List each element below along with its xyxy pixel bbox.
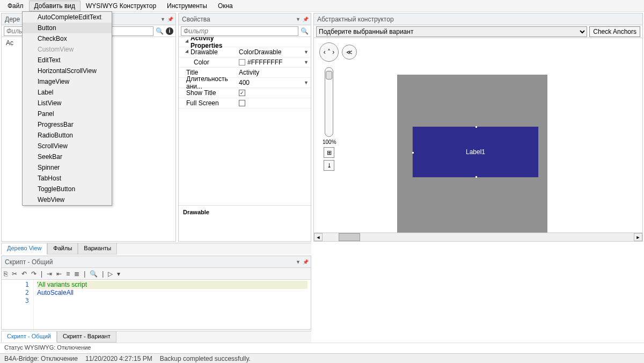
pin-icon[interactable]: 📌 [167, 17, 173, 22]
format-icon[interactable]: ≡ [66, 270, 70, 278]
chevron-down-icon[interactable]: ▼ [304, 49, 309, 55]
menu-wysiwyg[interactable]: WYSIWYG Конструктор [80, 1, 162, 11]
prop-name: Drawable [191, 48, 218, 56]
checkbox-checked[interactable]: ✓ [239, 90, 245, 96]
props-filter-input[interactable] [181, 26, 298, 36]
device-canvas[interactable]: Label1 Button1 [397, 75, 547, 233]
cut-icon[interactable]: ✂ [12, 270, 17, 278]
zoom-fit-button[interactable]: ⊞ [324, 147, 334, 158]
run-dropdown-icon[interactable]: ▾ [117, 270, 120, 278]
design-label1[interactable]: Label1 [412, 126, 539, 178]
run-icon[interactable]: ▷ [108, 270, 113, 278]
dropdown-item[interactable]: Spinner [23, 162, 112, 173]
dropdown-item[interactable]: AutoCompleteEditText [23, 12, 112, 23]
zoom-thumb[interactable] [326, 71, 332, 79]
code-line-1: 'All variants script [37, 281, 87, 288]
tree-root[interactable]: Ac [6, 39, 13, 47]
status-wysiwyg: Статус WYSIWYG: Отключение [0, 343, 644, 353]
variant-select[interactable]: Подберите выбранный вариант [316, 26, 587, 37]
tab-tree-view[interactable]: Дерево View [1, 243, 47, 255]
redo-icon[interactable]: ↷ [31, 270, 36, 278]
horizontal-scrollbar[interactable]: ◄ ► [314, 233, 642, 241]
dropdown-item-customview: CustomView [23, 44, 112, 55]
status-time: 11/20/2020 4:27:15 PM [85, 355, 152, 363]
design-header: Абстрактный конструктор [314, 13, 642, 25]
tab-script-variant[interactable]: Скрипт - Вариант [57, 331, 116, 343]
dropdown-icon[interactable]: ▼ [296, 17, 301, 22]
menu-add-view[interactable]: Добавить вид [29, 1, 80, 11]
dropdown-item[interactable]: Label [23, 87, 112, 98]
canvas-area[interactable]: ‹ ˄ › ≪ 100% ⊞ ⤓ Label1 Button1 [314, 38, 642, 233]
rewind-button[interactable]: ≪ [342, 45, 357, 60]
props-header: Свойства ▼📌 [179, 13, 311, 25]
pan-control[interactable]: ‹ ˄ › [319, 42, 339, 62]
dropdown-item[interactable]: WebView [23, 194, 112, 205]
code-line-2: AutoScaleAll [37, 289, 74, 296]
prop-name: Длительность ани... [186, 75, 238, 90]
search-icon[interactable]: 🔍 [156, 27, 164, 35]
dropdown-item[interactable]: HorizontalScrollView [23, 66, 112, 76]
dropdown-item[interactable]: ListView [23, 98, 112, 108]
script-tabs: Скрипт - Общий Скрипт - Вариант [1, 331, 311, 343]
props-title: Свойства [182, 16, 210, 23]
outdent-icon[interactable]: ⇤ [56, 270, 62, 278]
dropdown-item[interactable]: EditText [23, 55, 112, 66]
tab-variants[interactable]: Варианты [78, 243, 117, 255]
dropdown-item[interactable]: RadioButton [23, 130, 112, 141]
chevron-down-icon[interactable]: ▼ [304, 80, 309, 85]
copy-icon[interactable]: ⎘ [4, 270, 8, 278]
code-editor[interactable]: 123 'All variants script AutoScaleAll [2, 280, 311, 329]
scroll-right-icon[interactable]: ► [634, 233, 642, 241]
code-body[interactable]: 'All variants script AutoScaleAll [34, 280, 311, 329]
format2-icon[interactable]: ≣ [74, 270, 79, 278]
prop-value[interactable]: Activity [239, 69, 259, 76]
zoom-controls: 100% ⊞ ⤓ [323, 67, 335, 173]
pin-icon[interactable]: 📌 [303, 259, 309, 265]
dropdown-icon[interactable]: ▼ [160, 17, 165, 22]
dropdown-item[interactable]: Panel [23, 108, 112, 119]
checkbox-unchecked[interactable] [239, 100, 245, 106]
menu-windows[interactable]: Окна [213, 1, 238, 11]
dropdown-item[interactable]: ImageView [23, 76, 112, 87]
info-icon[interactable]: i [166, 27, 173, 35]
prop-value[interactable]: #FFFFFFFF [247, 59, 282, 66]
design-title: Абстрактный конструктор [317, 16, 394, 23]
script-pane: Скрипт - Общий ▼📌 ⎘ ✂ ↶ ↷ | ⇥ ⇤ ≡ ≣ | 🔍 … [1, 256, 311, 330]
menu-tools[interactable]: Инструменты [162, 1, 213, 11]
pin-icon[interactable]: 📌 [303, 17, 309, 22]
menubar: Файл Добавить вид WYSIWYG Конструктор Ин… [0, 0, 644, 12]
prop-name: Color [194, 59, 209, 66]
prop-value[interactable]: ColorDrawable [239, 48, 281, 56]
check-anchors-button[interactable]: Check Anchors [589, 26, 640, 37]
zoom-slider[interactable] [325, 67, 333, 137]
dropdown-item[interactable]: ProgressBar [23, 119, 112, 130]
props-filter-row: 🔍 [179, 25, 311, 37]
dropdown-item[interactable]: ScrollView [23, 141, 112, 151]
dropdown-item-button[interactable]: Button [23, 23, 112, 33]
chevron-down-icon[interactable]: ▼ [304, 60, 309, 65]
script-toolbar: ⎘ ✂ ↶ ↷ | ⇥ ⇤ ≡ ≣ | 🔍 | ▷ ▾ [2, 268, 311, 280]
dropdown-item[interactable]: CheckBox [23, 33, 112, 44]
props-body: Activity Properties DrawableColorDrawabl… [179, 37, 311, 241]
drawable-label: Drawable [179, 205, 311, 219]
line-gutter: 123 [2, 280, 34, 329]
menu-file[interactable]: Файл [2, 1, 29, 11]
tab-files[interactable]: Файлы [47, 243, 78, 255]
dropdown-item[interactable]: SeekBar [23, 151, 112, 162]
scroll-thumb[interactable] [339, 233, 360, 241]
script-title: Скрипт - Общий [5, 258, 53, 266]
search-icon[interactable]: 🔍 [301, 27, 309, 35]
search-icon[interactable]: 🔍 [90, 270, 98, 278]
prop-value[interactable]: 400 [239, 79, 250, 86]
add-view-dropdown: AutoCompleteEditText Button CheckBox Cus… [22, 11, 112, 206]
dropdown-item[interactable]: ToggleButton [23, 184, 112, 194]
zoom-actual-button[interactable]: ⤓ [324, 160, 334, 171]
undo-icon[interactable]: ↶ [21, 270, 27, 278]
color-swatch[interactable] [239, 59, 245, 66]
indent-icon[interactable]: ⇥ [47, 270, 52, 278]
tab-script-general[interactable]: Скрипт - Общий [1, 331, 57, 343]
scroll-left-icon[interactable]: ◄ [314, 233, 323, 241]
dropdown-item[interactable]: TabHost [23, 173, 112, 184]
prop-group[interactable]: Activity Properties [191, 37, 238, 49]
dropdown-icon[interactable]: ▼ [296, 259, 301, 265]
